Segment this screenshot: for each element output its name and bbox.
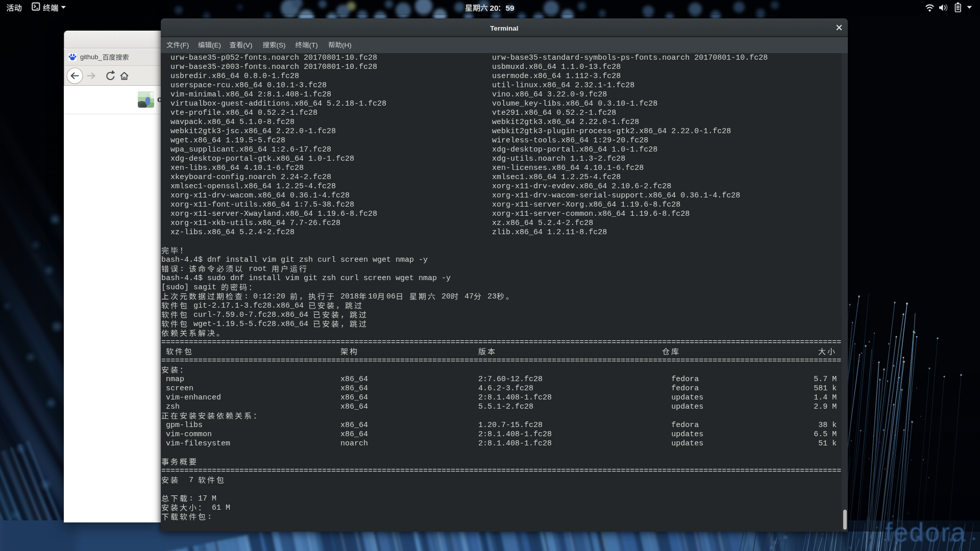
svg-text:59: 59: [506, 4, 515, 12]
svg-text:fedora: fedora: [885, 517, 966, 547]
svg-text:20: 20: [490, 4, 499, 12]
